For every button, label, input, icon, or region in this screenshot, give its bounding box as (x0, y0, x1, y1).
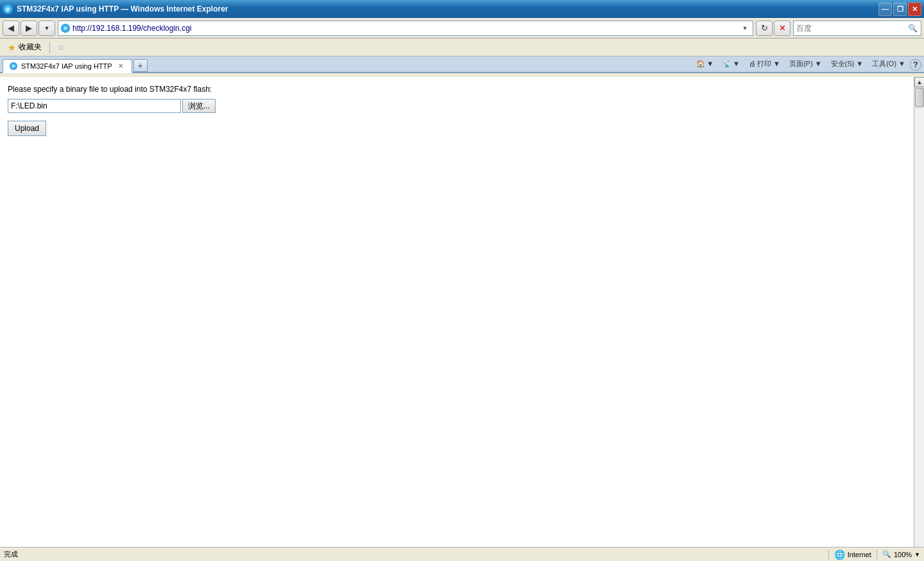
favorites-menu[interactable]: ★ 收藏夹 (5, 40, 44, 54)
ie-logo-icon: e (3, 4, 13, 14)
print-label: 打印 ▼ (757, 59, 780, 69)
zoom-label: 100% (894, 551, 912, 558)
address-input[interactable] (73, 24, 740, 33)
page-label: 页面(P) ▼ (789, 59, 822, 69)
status-separator-2 (877, 550, 877, 559)
title-bar-left: e STM32F4x7 IAP using HTTP — Windows Int… (3, 4, 228, 14)
safety-button[interactable]: 安全(S) ▼ (826, 56, 868, 71)
zone-label: Internet (848, 551, 871, 558)
forward-button[interactable]: ▶ (21, 21, 37, 36)
upload-button[interactable]: Upload (8, 121, 46, 136)
file-path-input[interactable] (8, 99, 181, 113)
title-bar-controls[interactable]: — ❐ ✕ (878, 3, 921, 16)
window-title: STM32F4x7 IAP using HTTP — Windows Inter… (17, 4, 228, 13)
stop-button[interactable]: ✕ (774, 21, 791, 36)
tab-label: STM32F4x7 IAP using HTTP (21, 62, 112, 70)
status-text: 完成 (4, 549, 826, 559)
fav-link-icon: ☆ (58, 43, 65, 52)
favorites-bar: ★ 收藏夹 ☆ (0, 39, 924, 56)
print-icon: 🖨 (749, 60, 756, 67)
upload-instruction: Please specify a binary file to upload i… (8, 85, 906, 94)
fav-separator (49, 42, 50, 53)
star-icon: ★ (8, 42, 16, 53)
scrollbar[interactable]: ▲ (914, 77, 924, 547)
feeds-button[interactable]: 📡 ▼ (718, 56, 744, 71)
internet-icon: 🌐 (834, 549, 845, 560)
restore-button[interactable]: ❐ (893, 3, 907, 16)
tab-close-button[interactable]: ✕ (116, 62, 125, 71)
minimize-button[interactable]: — (878, 3, 892, 16)
zoom-icon: 🔍 (882, 550, 891, 558)
feeds-dropdown-icon: ▼ (733, 60, 740, 67)
address-dropdown-button[interactable]: ▼ (740, 21, 750, 36)
feeds-icon: 📡 (723, 60, 732, 68)
tools-button[interactable]: 工具(O) ▼ (868, 56, 910, 71)
content-area: Please specify a binary file to upload i… (0, 77, 914, 547)
home-icon: 🏠 (696, 60, 705, 68)
file-upload-row: 浏览... (8, 99, 906, 113)
tools-label: 工具(O) ▼ (872, 59, 905, 69)
search-input[interactable] (796, 24, 907, 33)
search-bar-container: 🔍 (793, 21, 921, 36)
back-button[interactable]: ◀ (3, 21, 19, 36)
help-button[interactable]: ? (910, 59, 921, 71)
browse-button[interactable]: 浏览... (182, 99, 216, 113)
refresh-button[interactable]: ↻ (756, 21, 773, 36)
title-bar: e STM32F4x7 IAP using HTTP — Windows Int… (0, 0, 924, 18)
home-button[interactable]: 🏠 ▼ (692, 56, 718, 71)
status-separator-1 (828, 550, 829, 559)
home-dropdown-icon: ▼ (706, 60, 714, 67)
tab-main[interactable]: e STM32F4x7 IAP using HTTP ✕ (3, 59, 132, 73)
safety-label: 安全(S) ▼ (831, 59, 864, 69)
scroll-thumb[interactable] (915, 88, 924, 107)
print-button[interactable]: 🖨 打印 ▼ (744, 56, 785, 71)
fav-link-item[interactable]: ☆ (55, 42, 67, 53)
scroll-up-button[interactable]: ▲ (914, 77, 924, 87)
page-button[interactable]: 页面(P) ▼ (785, 56, 826, 71)
address-bar-container: e ▼ (58, 21, 753, 36)
status-bar: 完成 🌐 Internet 🔍 100% ▼ (0, 547, 924, 561)
status-right: 🌐 Internet 🔍 100% ▼ (826, 549, 920, 560)
help-label: ? (913, 60, 918, 69)
dropdown-button[interactable]: ▼ (38, 21, 55, 36)
zoom-dropdown-icon[interactable]: ▼ (914, 551, 920, 558)
tab-ie-icon: e (10, 62, 17, 70)
nav-bar: ◀ ▶ ▼ e ▼ ↻ ✕ 🔍 (0, 18, 924, 39)
new-tab-button[interactable]: + (133, 59, 148, 72)
favorites-label: 收藏夹 (19, 42, 42, 53)
search-go-button[interactable]: 🔍 (907, 22, 918, 34)
tabs-bar: e STM32F4x7 IAP using HTTP ✕ + 🏠 ▼ 📡 ▼ 🖨… (0, 56, 924, 73)
close-button[interactable]: ✕ (908, 3, 921, 16)
page-icon: e (61, 24, 70, 33)
